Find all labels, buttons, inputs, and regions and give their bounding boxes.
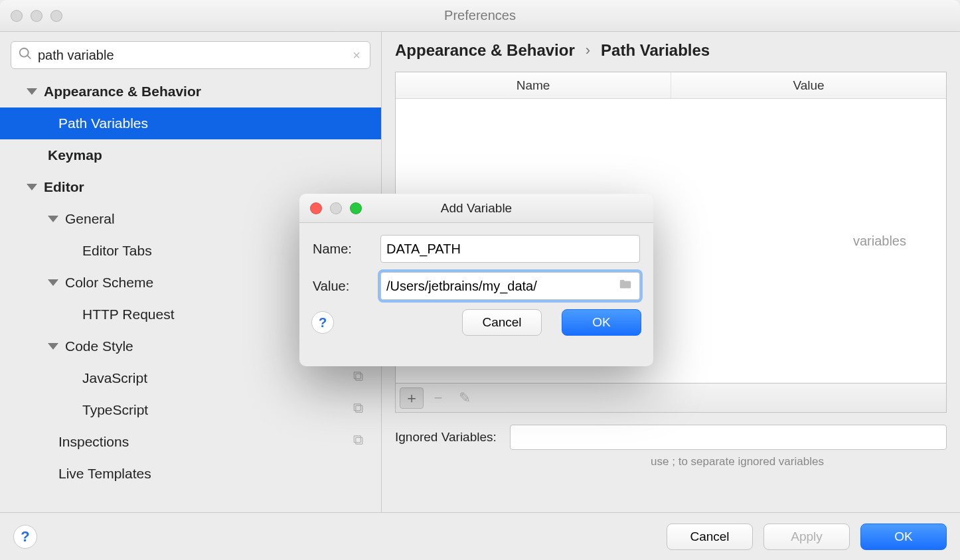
svg-rect-3 (354, 404, 360, 411)
clear-search-icon[interactable]: × (350, 48, 363, 63)
tree-label: TypeScript (82, 402, 148, 418)
svg-rect-1 (354, 372, 360, 379)
help-button[interactable]: ? (13, 525, 37, 549)
remove-button[interactable]: − (426, 387, 450, 409)
copy-icon (352, 370, 365, 387)
search-input[interactable] (38, 48, 350, 63)
value-label: Value: (313, 279, 370, 294)
edit-button[interactable]: ✎ (453, 387, 477, 409)
tree-label: Editor Tabs (82, 243, 152, 259)
table-empty-suffix: variables (853, 234, 906, 249)
breadcrumb-sep: › (586, 42, 590, 59)
tree-label: General (65, 211, 115, 227)
chevron-down-icon (48, 216, 58, 222)
modal-titlebar: Add Variable (299, 194, 653, 223)
chevron-down-icon (48, 279, 58, 286)
name-input-wrap[interactable] (380, 235, 640, 263)
name-field-row: Name: (313, 235, 640, 263)
sidebar-item-appearance-behavior[interactable]: Appearance & Behavior (0, 76, 381, 107)
table-toolbar: ＋ − ✎ (395, 384, 947, 413)
modal-cancel-button[interactable]: Cancel (462, 309, 542, 336)
search-field[interactable]: × (11, 41, 370, 69)
breadcrumb: Appearance & Behavior › Path Variables (395, 41, 947, 60)
ok-button[interactable]: OK (860, 524, 947, 550)
table-header: Name Value (396, 72, 946, 99)
sidebar-item-path-variables[interactable]: Path Variables (0, 107, 381, 139)
value-field-row: Value: (313, 272, 640, 300)
cancel-button[interactable]: Cancel (667, 524, 753, 550)
tree-label: JavaScript (82, 370, 147, 386)
modal-minimize-button (330, 202, 342, 214)
tree-label: Inspections (58, 434, 129, 450)
breadcrumb-parent[interactable]: Appearance & Behavior (395, 41, 575, 60)
tree-label: Editor (44, 179, 84, 195)
sidebar-item-live-templates[interactable]: Live Templates (0, 458, 381, 490)
tree-label: Live Templates (58, 466, 151, 482)
copy-icon (352, 434, 365, 451)
svg-rect-4 (356, 437, 362, 444)
name-input[interactable] (386, 242, 634, 257)
svg-rect-2 (356, 405, 362, 412)
ignored-row: Ignored Variables: (395, 425, 947, 450)
add-variable-dialog: Add Variable Name: Value: ? Cancel OK (299, 194, 653, 366)
tree-label: Color Scheme (65, 275, 153, 291)
name-label: Name: (313, 242, 370, 257)
modal-body: Name: Value: (299, 223, 653, 300)
col-value[interactable]: Value (671, 72, 946, 98)
sidebar-item-typescript[interactable]: TypeScript (0, 394, 381, 426)
search-wrap: × (0, 32, 381, 76)
modal-ok-button[interactable]: OK (562, 309, 641, 336)
add-button[interactable]: ＋ (400, 387, 424, 409)
apply-button[interactable]: Apply (763, 524, 850, 550)
close-window-button[interactable] (11, 10, 23, 22)
minimize-window-button[interactable] (31, 10, 42, 22)
window-title: Preferences (0, 8, 960, 23)
chevron-down-icon (27, 184, 37, 190)
modal-traffic-lights (299, 202, 362, 214)
titlebar: Preferences (0, 0, 960, 32)
tree-label: HTTP Request (82, 307, 175, 322)
copy-icon (352, 402, 365, 419)
modal-close-button[interactable] (310, 202, 322, 214)
sidebar-item-javascript[interactable]: JavaScript (0, 362, 381, 394)
ignored-variables-label: Ignored Variables: (395, 430, 497, 445)
modal-zoom-button[interactable] (350, 202, 362, 214)
pencil-icon: ✎ (459, 389, 471, 407)
svg-rect-5 (354, 436, 360, 443)
modal-footer: ? Cancel OK (299, 300, 653, 345)
svg-rect-0 (356, 374, 362, 380)
zoom-window-button[interactable] (50, 10, 62, 22)
col-name[interactable]: Name (396, 72, 671, 98)
search-icon (18, 46, 38, 64)
sidebar-item-inspections[interactable]: Inspections (0, 426, 381, 458)
chevron-down-icon (27, 88, 37, 95)
value-input-wrap[interactable] (380, 272, 640, 300)
modal-help-button[interactable]: ? (311, 311, 334, 334)
ignored-variables-input[interactable] (510, 425, 947, 450)
ignored-hint: use ; to separate ignored variables (395, 455, 947, 468)
browse-folder-icon[interactable] (617, 277, 634, 295)
tree-label: Keymap (48, 147, 102, 163)
value-input[interactable] (386, 279, 617, 294)
tree-label: Code Style (65, 338, 133, 354)
chevron-down-icon (48, 343, 58, 350)
footer: ? Cancel Apply OK (0, 512, 960, 560)
traffic-lights (0, 10, 62, 22)
tree-label: Appearance & Behavior (44, 84, 201, 100)
sidebar-item-keymap[interactable]: Keymap (0, 139, 381, 171)
breadcrumb-current: Path Variables (601, 41, 710, 60)
tree-label: Path Variables (58, 115, 148, 131)
